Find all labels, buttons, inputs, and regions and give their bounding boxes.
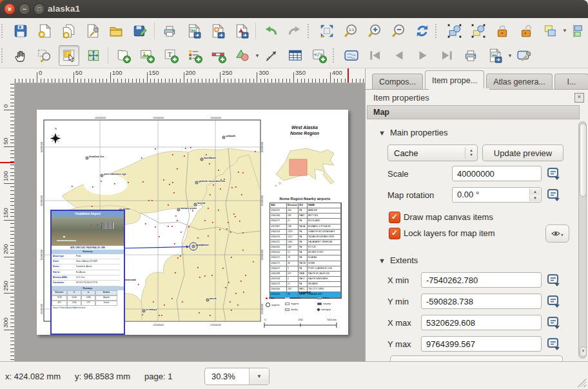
toolbar-drag-handle[interactable] — [308, 24, 313, 38]
print-button[interactable] — [160, 21, 179, 41]
titlebar[interactable]: × − □ alaska1 — [0, 0, 588, 18]
data-defined-rotation-icon[interactable] — [546, 188, 562, 203]
group-items-button[interactable] — [445, 21, 464, 41]
zoom-actual-size-button[interactable]: 1:1 — [341, 21, 360, 41]
zoom-out-button[interactable] — [389, 21, 408, 41]
tab-i[interactable]: I... — [554, 74, 588, 90]
undo-button[interactable] — [261, 21, 280, 41]
duplicate-composer-button[interactable] — [59, 21, 78, 41]
atlas-previous-feature-button[interactable] — [389, 46, 409, 65]
extent-input-xmax[interactable] — [421, 315, 542, 330]
export-atlas-button[interactable] — [485, 46, 504, 65]
group-extents[interactable]: ▼Extents — [378, 255, 418, 265]
select-move-item-button[interactable] — [59, 45, 79, 66]
raise-items-button[interactable] — [540, 21, 560, 41]
align-items-button[interactable] — [569, 21, 588, 41]
print-atlas-button[interactable] — [461, 46, 480, 65]
add-attribute-table-button[interactable] — [286, 46, 305, 65]
add-image-button[interactable] — [137, 46, 157, 65]
airports-attribute-table[interactable]: NA3ElevationIKONAMEUS00229264PAAMBLERUS0… — [270, 203, 342, 299]
toolbar-drag-handle[interactable] — [333, 48, 338, 63]
map-rotation-spinbox[interactable]: 0.00 ° ▲▼ — [452, 187, 542, 203]
add-html-frame-button[interactable]: </> — [309, 46, 329, 65]
add-scalebar-button[interactable] — [209, 46, 228, 65]
dropdown-arrow-icon[interactable]: ▼ — [255, 53, 260, 59]
pan-tool-button[interactable] — [11, 46, 30, 65]
data-defined-extent-icon[interactable] — [546, 273, 562, 288]
atlas-settings-button[interactable] — [514, 46, 534, 65]
zoom-full-button[interactable] — [317, 21, 337, 41]
group-main-properties[interactable]: ▼Main properties — [378, 128, 448, 137]
scrollbar-handle[interactable] — [580, 123, 587, 197]
window-resize-grip[interactable] — [576, 377, 586, 387]
save-project-button[interactable] — [11, 21, 30, 41]
unlock-items-button[interactable] — [516, 21, 536, 41]
export-as-pdf-button[interactable] — [231, 21, 251, 41]
data-defined-extent-icon[interactable] — [546, 294, 562, 309]
data-defined-extent-icon[interactable] — [546, 337, 562, 352]
layer-visibility-eye-button[interactable] — [545, 224, 569, 243]
cache-mode-select[interactable]: Cache ▲▼ — [387, 145, 478, 161]
draw-map-canvas-items-checkbox[interactable]: ✓ — [389, 212, 400, 223]
atlas-first-feature-button[interactable] — [366, 46, 385, 65]
panel-scrollbar[interactable]: ▾ — [578, 121, 587, 359]
toolbar-drag-handle[interactable] — [435, 24, 441, 38]
composition-canvas[interactable]: Nkivalina lrrsselawikbucklandport claren… — [14, 83, 365, 361]
move-item-content-button[interactable] — [84, 46, 103, 65]
svg-text:selawik: selawik — [226, 134, 236, 137]
legend-item[interactable]: Legend poppairportsmajriversregionsalask… — [264, 290, 345, 319]
ungroup-items-button[interactable] — [469, 21, 488, 41]
zoom-level-select[interactable]: 30.3% ▼ — [204, 368, 270, 385]
toolbar-drag-handle[interactable] — [1, 48, 7, 63]
add-legend-button[interactable] — [185, 46, 204, 65]
zoom-tool-button[interactable] — [35, 46, 54, 65]
tab-itemprope[interactable]: Item prope... — [425, 70, 484, 90]
add-shape-button[interactable] — [233, 46, 252, 65]
data-defined-extent-icon[interactable] — [546, 315, 562, 330]
maximize-window-icon[interactable]: □ — [34, 3, 45, 15]
add-new-map-button[interactable] — [113, 46, 133, 65]
tab-atlasgenera[interactable]: Atlas genera... — [486, 74, 553, 90]
zoom-in-button[interactable] — [365, 21, 384, 41]
toolbar-drag-handle[interactable] — [1, 24, 7, 38]
map-title-label[interactable]: West Alaska Nome Region — [271, 125, 338, 137]
composer-manager-button[interactable] — [83, 21, 102, 41]
data-defined-scale-icon[interactable] — [546, 166, 562, 181]
tab-compos[interactable]: Compos... — [372, 74, 423, 90]
svg-text:1:1: 1:1 — [348, 28, 354, 32]
refresh-view-button[interactable] — [413, 21, 432, 41]
redo-button[interactable] — [285, 21, 304, 41]
add-label-button[interactable]: T — [161, 46, 181, 65]
save-as-template-button[interactable] — [130, 21, 150, 41]
lock-items-button[interactable] — [493, 21, 512, 41]
cursor-x-readout: x: 424.082 mm — [5, 372, 61, 381]
atlas-next-feature-button[interactable] — [413, 46, 433, 65]
panel-close-icon[interactable]: × — [574, 93, 584, 103]
composition-page[interactable]: Nkivalina lrrsselawikbucklandport claren… — [37, 110, 348, 335]
export-as-image-button[interactable] — [184, 21, 203, 41]
selectmove-icon — [61, 48, 77, 63]
update-preview-button[interactable]: Update preview — [482, 145, 564, 161]
extent-input-ymax[interactable] — [421, 336, 542, 352]
lock-layers-checkbox[interactable]: ✓ — [389, 228, 400, 239]
extent-input-ymin[interactable] — [421, 294, 542, 309]
atlas-preview-button[interactable] — [342, 46, 361, 65]
load-from-template-button[interactable] — [106, 21, 126, 41]
atlas-last-feature-button[interactable] — [437, 46, 456, 65]
spin-arrows-icon[interactable]: ▲▼ — [529, 188, 540, 201]
add-arrow-button[interactable] — [262, 46, 281, 65]
scrollbar-down-icon[interactable]: ▾ — [580, 346, 587, 357]
dropdown-arrow-icon[interactable]: ▼ — [562, 28, 567, 34]
extent-input-xmin[interactable] — [421, 272, 542, 288]
minimize-window-icon[interactable]: − — [19, 3, 30, 15]
close-window-icon[interactable]: × — [4, 3, 15, 15]
scalebar-item[interactable]: 0250500 km — [264, 318, 337, 328]
overview-map-item[interactable] — [271, 143, 338, 195]
dropdown-arrow-icon[interactable]: ▼ — [507, 53, 513, 59]
export-as-svg-button[interactable] — [208, 21, 227, 41]
scale-input[interactable] — [452, 166, 542, 181]
new-composer-button[interactable] — [35, 21, 54, 41]
html-frame-item[interactable]: Unalakleet Airport IATA: UNK ICAO: PAUN … — [50, 210, 125, 335]
chevron-down-icon[interactable]: ▼ — [249, 368, 269, 384]
svg-text:5500000: 5500000 — [260, 195, 264, 206]
